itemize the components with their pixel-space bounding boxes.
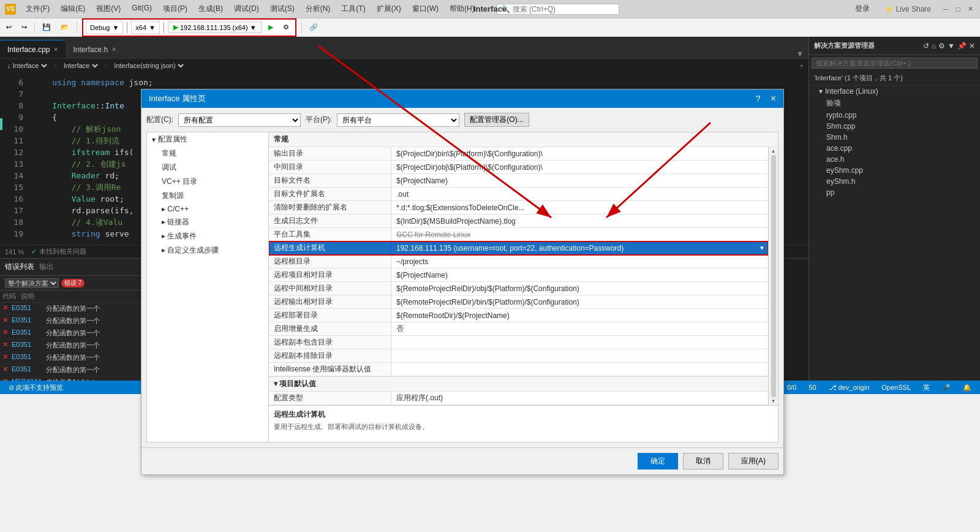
menu-tools[interactable]: 工具(T) xyxy=(336,2,370,15)
run-settings-btn[interactable]: ⚙ xyxy=(279,22,293,32)
solution-explorer-title: 解决方案资源管理器 xyxy=(814,41,875,50)
dialog-cancel-btn[interactable]: 取消 xyxy=(683,453,723,469)
spaces-status[interactable]: 50 xyxy=(805,384,820,391)
tab-interface-cpp[interactable]: Interface.cpp ✕ xyxy=(0,40,66,58)
error-row-7[interactable]: ✕ MSB4044 未给任务'Validat xyxy=(0,376,146,381)
dialog-ok-btn[interactable]: 确定 xyxy=(638,453,678,469)
add-tab-btn[interactable]: + xyxy=(800,62,804,69)
sidebar-file-验项[interactable]: 验项 xyxy=(809,97,980,110)
scroll-up-btn[interactable]: ▲ xyxy=(771,148,776,154)
global-search[interactable]: 🔍 xyxy=(497,4,619,15)
search-input[interactable] xyxy=(513,5,611,13)
menu-test[interactable]: 测试(S) xyxy=(265,2,300,15)
error-row-3[interactable]: ✕ E0351 分配函数的第一个 xyxy=(0,327,146,340)
config-select[interactable]: 所有配置 xyxy=(178,113,301,127)
sidebar-file-shm-cpp[interactable]: Shm.cpp xyxy=(809,121,980,132)
sidebar-close-icon[interactable]: ✕ xyxy=(969,42,975,50)
scroll-thumb[interactable] xyxy=(771,155,776,397)
collapse-panel-btn[interactable]: ▼ xyxy=(791,50,809,58)
menu-edit[interactable]: 编辑(E) xyxy=(56,2,90,15)
sidebar-file-ace-h[interactable]: ace.h xyxy=(809,154,980,165)
solution-scope-select[interactable]: 整个解决方案 xyxy=(5,278,59,288)
error-row-6[interactable]: ✕ E0351 分配函数的第一个 xyxy=(0,364,146,376)
scroll-down-btn[interactable]: ▼ xyxy=(771,398,776,404)
bell-icon[interactable]: 🔔 xyxy=(959,384,975,392)
minimize-btn[interactable]: ─ xyxy=(941,4,951,14)
tree-node-custom-build[interactable]: ▸ 自定义生成步骤 xyxy=(147,243,268,257)
tree-node-linker[interactable]: ▸ 链接器 xyxy=(147,215,268,229)
tree-node-build-events[interactable]: ▸ 生成事件 xyxy=(147,229,268,243)
sidebar-filter-icon[interactable]: ⚙ xyxy=(938,42,945,50)
login-btn[interactable]: 登录 xyxy=(855,4,870,14)
sidebar-home-icon[interactable]: ⌂ xyxy=(932,42,936,50)
error-row-4[interactable]: ✕ E0351 分配函数的第一个 xyxy=(0,340,146,352)
property-scrollbar[interactable]: ▲ ▼ xyxy=(768,147,778,405)
scope-selector-2[interactable]: Interface xyxy=(61,61,100,70)
menu-window[interactable]: 窗口(W) xyxy=(407,2,443,15)
scope-selector-3[interactable]: Interface(string json) xyxy=(111,61,186,70)
prop-row-target-ext: 目标文件扩展名 .out xyxy=(269,188,768,201)
maximize-btn[interactable]: □ xyxy=(953,4,963,14)
error-row-1[interactable]: ✕ E0351 分配函数的第一个 xyxy=(0,303,146,315)
output-tab-label[interactable]: 输出 xyxy=(39,262,54,272)
menu-extensions[interactable]: 扩展(X) xyxy=(372,2,406,15)
menu-build[interactable]: 生成(B) xyxy=(194,2,228,15)
live-share-btn[interactable]: ⚡ Live Share xyxy=(884,5,931,13)
tree-node-debug[interactable]: 调试 xyxy=(147,161,268,175)
remote-machine-dropdown-btn[interactable]: ▼ xyxy=(756,241,768,254)
sidebar-file-keyshm-h[interactable]: eyShm.h xyxy=(809,176,980,187)
sidebar-file-pp[interactable]: pp xyxy=(809,187,980,198)
close-btn[interactable]: ✕ xyxy=(965,4,975,14)
debug-config-dropdown[interactable]: Debug ▼ xyxy=(86,21,123,34)
error-row-2[interactable]: ✕ E0351 分配函数的第一个 xyxy=(0,315,146,327)
save-btn[interactable]: 💾 xyxy=(39,22,55,32)
tree-node-vcpp[interactable]: VC++ 目录 xyxy=(147,175,268,189)
menu-file[interactable]: 文件(F) xyxy=(21,2,55,15)
tree-node-copy[interactable]: 复制源 xyxy=(147,189,268,203)
sidebar-project-node[interactable]: ▾ Interface (Linux) xyxy=(809,86,980,97)
menu-project[interactable]: 项目(P) xyxy=(158,2,192,15)
encoding-status[interactable]: OpenSSL xyxy=(878,384,914,391)
tree-node-general[interactable]: 常规 xyxy=(147,146,268,161)
platform-dropdown[interactable]: x64 ▼ xyxy=(131,21,160,34)
lang-status[interactable]: 英 xyxy=(919,383,933,392)
run-play-btn[interactable]: ▶ xyxy=(265,22,277,32)
attach-btn[interactable]: 🔗 xyxy=(306,22,322,32)
menu-analyze[interactable]: 分析(N) xyxy=(301,2,336,15)
run-btn[interactable]: ▶ 192.168.111.135 (x64) ▼ xyxy=(168,21,262,33)
dialog-help-btn[interactable]: ? xyxy=(756,94,761,104)
config-label: 配置(C): xyxy=(146,115,173,125)
menu-debug[interactable]: 调试(D) xyxy=(229,2,264,15)
redo-btn[interactable]: ↪ xyxy=(18,22,31,32)
sidebar-file-ace-cpp[interactable]: ace.cpp xyxy=(809,143,980,154)
error-list-panel[interactable]: ✕ E0351 分配函数的第一个 ✕ E0351 分配函数的第一个 ✕ E035… xyxy=(0,303,146,381)
property-tree: ▾ 配置属性 常规 调试 VC++ 目录 复制源 ▸ C/C++ xyxy=(146,132,269,443)
git-branch-status[interactable]: ⎇ dev_origin xyxy=(825,384,873,392)
tab-close-cpp[interactable]: ✕ xyxy=(53,46,58,53)
open-btn[interactable]: 📂 xyxy=(57,22,73,32)
config-manager-btn[interactable]: 配置管理器(O)... xyxy=(464,113,529,127)
tab-interface-h[interactable]: Interface.h ✕ xyxy=(66,40,124,58)
sidebar-collapse-icon[interactable]: ▼ xyxy=(948,42,955,50)
errors-tab-label[interactable]: 错误列表 xyxy=(5,262,34,272)
error-row-5[interactable]: ✕ E0351 分配函数的第一个 xyxy=(0,352,146,364)
tab-close-h[interactable]: ✕ xyxy=(111,46,116,53)
sidebar-file-keyshm-cpp[interactable]: eyShm.cpp xyxy=(809,165,980,176)
window-controls: ─ □ ✕ xyxy=(941,4,975,14)
sidebar-search-input[interactable] xyxy=(812,58,978,69)
sidebar-pin-icon[interactable]: 📌 xyxy=(957,42,967,50)
menu-view[interactable]: 视图(V) xyxy=(91,2,126,15)
dialog-apply-btn[interactable]: 应用(A) xyxy=(728,453,778,469)
tree-node-config-props[interactable]: ▾ 配置属性 xyxy=(147,132,268,146)
prop-row-remote-machine[interactable]: 远程生成计算机 192.168.111.135 (username=root, … xyxy=(269,241,768,255)
menu-git[interactable]: Git(G) xyxy=(127,2,157,15)
scope-selector-1[interactable]: ↓ Interface xyxy=(5,61,49,70)
mic-icon[interactable]: 🎤 xyxy=(938,384,954,392)
dialog-close-btn[interactable]: × xyxy=(771,93,776,104)
sidebar-file-crypto[interactable]: rypto.cpp xyxy=(809,110,980,121)
tree-node-cpp[interactable]: ▸ C/C++ xyxy=(147,203,268,215)
platform-select[interactable]: 所有平台 xyxy=(337,113,459,127)
sidebar-sync-icon[interactable]: ↺ xyxy=(923,42,929,50)
undo-btn[interactable]: ↩ xyxy=(2,22,15,32)
sidebar-file-shm-h[interactable]: Shm.h xyxy=(809,132,980,143)
